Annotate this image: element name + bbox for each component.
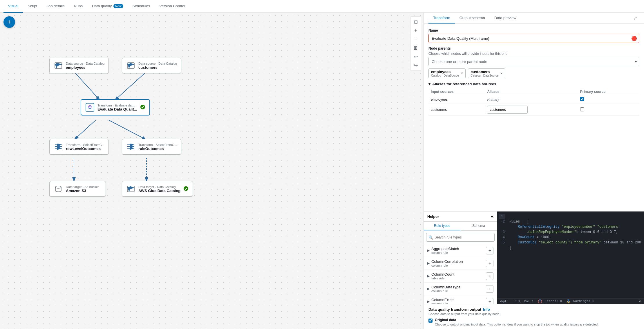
helper-tabs: Rule types Schema: [424, 222, 497, 231]
aliases-table: Input sources Aliases Primary source emp…: [428, 88, 639, 116]
svg-point-34: [568, 302, 569, 303]
helper-search-area: 🔍: [424, 231, 497, 244]
tag-customers[interactable]: customers Catalog - DataSource ×: [468, 68, 505, 78]
node-evaluate-transform[interactable]: Transform - Evaluate dat... Evaluate Dat…: [81, 99, 150, 115]
node-catalog-target[interactable]: Data target - Data Catalog AWS Glue Data…: [122, 181, 193, 197]
employees-source-icon: [54, 61, 63, 70]
svg-rect-25: [127, 186, 134, 192]
rule-item-column-count[interactable]: ▶ ColumnCount table rule +: [424, 270, 497, 283]
rule-item-column-correlation[interactable]: ▶ ColumnCorrelation column rule +: [424, 257, 497, 270]
node-rule-outcomes[interactable]: Transform - SelectFromC... ruleOutcomes: [122, 139, 181, 155]
tab-data-quality[interactable]: Data quality New: [87, 0, 128, 13]
tag-employees[interactable]: employees Catalog - DataSource ×: [428, 68, 466, 78]
zoom-in-button[interactable]: +: [412, 26, 420, 35]
statusbar-lang: dqdl: [500, 300, 508, 303]
add-node-button[interactable]: +: [3, 16, 15, 28]
primary-checkbox-employees[interactable]: [580, 97, 584, 101]
bottom-desc: Choose data to output from your data qua…: [428, 312, 639, 316]
tab-runs[interactable]: Runs: [69, 0, 87, 13]
svg-point-24: [55, 186, 61, 188]
add-column-correlation-btn[interactable]: +: [486, 260, 493, 267]
svg-line-5: [109, 120, 146, 140]
original-data-checkbox[interactable]: [428, 319, 433, 323]
delete-button[interactable]: 🗑: [412, 44, 420, 52]
add-column-data-type-btn[interactable]: +: [486, 285, 493, 293]
alias-row-customers: customers: [428, 104, 639, 116]
data-quality-badge: New: [113, 4, 123, 8]
tag-customers-close[interactable]: ×: [500, 71, 503, 76]
add-column-count-btn[interactable]: +: [486, 272, 493, 280]
name-label: Name: [428, 28, 639, 32]
alias-row-employees: employees Primary: [428, 95, 639, 104]
helper-panel: Helper « Rule types Schema 🔍 ▶: [424, 212, 497, 304]
original-data-checkbox-row: Original data Choose to output original …: [428, 318, 639, 326]
node-parents-desc: Choose which nodes will provide inputs f…: [428, 52, 639, 56]
right-panel: Transform Output schema Data preview ⤢ N…: [424, 13, 644, 329]
primary-checkbox-customers[interactable]: [580, 107, 584, 111]
canvas-area[interactable]: + ⊞ + − 🗑 ↩ ↪: [0, 13, 424, 329]
rule-list: ▶ AggregateMatch column rule + ▶: [424, 244, 497, 304]
redo-button[interactable]: ↪: [412, 61, 420, 69]
svg-point-17: [140, 105, 145, 109]
svg-line-4: [74, 120, 96, 140]
panel-tabs: Transform Output schema Data preview ⤢: [424, 13, 644, 24]
name-input[interactable]: [428, 34, 639, 43]
rule-type-search-input[interactable]: [426, 233, 495, 242]
svg-line-3: [115, 72, 146, 100]
rule-item-column-exists[interactable]: ▶ ColumnExists column rule +: [424, 295, 497, 304]
code-text[interactable]: Rules = [ ReferentialIntegrity "employee…: [506, 212, 644, 298]
undo-button[interactable]: ↩: [412, 53, 420, 61]
catalog-target-icon: [126, 184, 135, 194]
customers-source-icon: [126, 61, 135, 70]
add-aggregate-match-btn[interactable]: +: [486, 247, 493, 254]
node-parents-select[interactable]: Choose one or more parent node: [428, 57, 639, 66]
statusbar-position: Ln 1, Col 1: [513, 300, 534, 303]
tab-job-details[interactable]: Job details: [42, 0, 69, 13]
panel-tab-transform[interactable]: Transform: [428, 13, 455, 24]
info-link[interactable]: Info: [483, 307, 490, 312]
aliases-toggle[interactable]: ▾ Aliases for referenced data sources: [428, 82, 639, 86]
main-layout: + ⊞ + − 🗑 ↩ ↪: [0, 13, 644, 329]
canvas-toolbar: ⊞ + − 🗑 ↩ ↪: [410, 16, 421, 71]
statusbar-settings-icon[interactable]: ⚙: [639, 299, 641, 303]
code-content-area[interactable]: 1 2 3 4 5 Rules = [ ReferentialIntegrity…: [497, 212, 644, 298]
node-s3-target[interactable]: Data target - S3 bucket Amazon S3: [49, 181, 106, 197]
node-row-level-outcomes[interactable]: Transform - SelectFromC... rowLevelOutco…: [49, 139, 109, 155]
original-data-label: Original data: [435, 318, 598, 322]
helper-tab-rule-types[interactable]: Rule types: [424, 222, 460, 230]
code-editor[interactable]: 1 2 3 4 5 Rules = [ ReferentialIntegrity…: [497, 212, 644, 304]
tag-employees-close[interactable]: ×: [461, 71, 463, 76]
statusbar-errors: Errors: 0: [538, 299, 562, 303]
helper-header: Helper «: [424, 212, 497, 222]
row-outcomes-icon: [54, 142, 63, 151]
node-parents-label: Node parents: [428, 46, 639, 50]
top-tab-bar: Visual Script Job details Runs Data qual…: [0, 0, 644, 13]
alias-input-customers[interactable]: [487, 106, 528, 114]
bottom-section: Data quality transform output Info Choos…: [424, 304, 644, 329]
panel-tab-data-preview[interactable]: Data preview: [490, 13, 521, 24]
helper-editor-row: Helper « Rule types Schema 🔍 ▶: [424, 211, 644, 304]
zoom-out-button[interactable]: −: [412, 35, 420, 43]
node-customers-source[interactable]: Data source - Data Catalog customers: [122, 58, 181, 73]
tab-visual[interactable]: Visual: [3, 0, 23, 13]
tab-version-control[interactable]: Version Control: [155, 0, 190, 13]
code-statusbar: dqdl Ln 1, Col 1 Errors: 0 Warnings: 0 ⚙: [497, 298, 644, 304]
col-aliases: Aliases: [485, 88, 578, 95]
add-column-exists-btn[interactable]: +: [486, 298, 493, 304]
name-error-icon: 🔴: [631, 36, 637, 41]
svg-point-16: [89, 106, 91, 107]
tab-script[interactable]: Script: [23, 0, 42, 13]
line-numbers: 1 2 3 4 5: [497, 212, 506, 298]
helper-collapse-btn[interactable]: «: [491, 214, 493, 219]
fit-view-button[interactable]: ⊞: [412, 18, 420, 26]
evaluate-transform-icon: [85, 103, 95, 112]
panel-tab-output-schema[interactable]: Output schema: [455, 13, 490, 24]
rule-item-column-data-type[interactable]: ▶ ColumnDataType column rule +: [424, 283, 497, 295]
rule-item-aggregate-match[interactable]: ▶ AggregateMatch column rule +: [424, 244, 497, 257]
helper-tab-schema[interactable]: Schema: [460, 222, 497, 230]
tab-schedules[interactable]: Schedules: [128, 0, 155, 13]
node-employees-source[interactable]: Data source - Data Catalog employees: [49, 58, 109, 73]
svg-line-2: [74, 72, 100, 100]
panel-expand-button[interactable]: ⤢: [631, 13, 639, 24]
statusbar-warnings: Warnings: 0: [567, 299, 594, 303]
